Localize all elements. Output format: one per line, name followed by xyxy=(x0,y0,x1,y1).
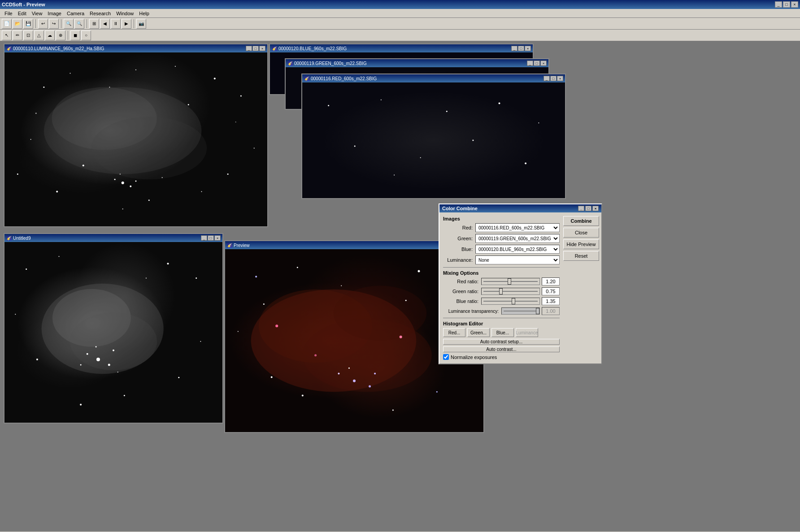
blue-controls[interactable]: _ □ × xyxy=(511,46,531,51)
menu-view[interactable]: View xyxy=(29,10,45,17)
reset-button[interactable]: Reset xyxy=(563,251,599,261)
auto-contrast-setup-btn[interactable]: Auto contrast setup... xyxy=(443,339,560,345)
green-field-row: Green: 00000119.GREEN_600s_m22.SBIG xyxy=(443,234,560,243)
green-ratio-value[interactable] xyxy=(542,287,560,295)
undo-btn[interactable]: ↩ xyxy=(38,19,48,29)
dialog-close[interactable]: × xyxy=(592,206,599,211)
untitled9-close[interactable]: × xyxy=(214,235,221,241)
svg-point-90 xyxy=(341,285,342,286)
green-hist-btn[interactable]: Green... xyxy=(467,328,490,337)
menu-window[interactable]: Window xyxy=(113,10,136,17)
dialog-min[interactable]: _ xyxy=(578,206,584,211)
luminance-controls[interactable]: _ □ × xyxy=(246,46,265,51)
dialog-controls[interactable]: _ □ × xyxy=(578,206,599,211)
red-window[interactable]: 🌠 00000116.RED_600s_m22.SBIG _ □ × xyxy=(301,74,566,199)
svg-point-23 xyxy=(122,182,124,184)
luminance-max[interactable]: □ xyxy=(252,46,259,51)
luminance-min[interactable]: _ xyxy=(246,46,252,51)
tool3-btn[interactable]: ⊡ xyxy=(23,30,33,40)
red-hist-btn[interactable]: Red... xyxy=(443,328,465,337)
select-btn[interactable]: ↖ xyxy=(2,30,12,40)
new-btn[interactable]: 📄 xyxy=(2,19,12,29)
prev-btn[interactable]: ◀ xyxy=(100,19,110,29)
open-btn[interactable]: 📂 xyxy=(13,19,22,29)
svg-point-89 xyxy=(263,303,265,305)
svg-point-83 xyxy=(369,385,371,388)
histogram-section-label: Histogram Editor xyxy=(443,321,560,326)
tool7-btn[interactable]: ◼ xyxy=(70,30,80,40)
luminance-close[interactable]: × xyxy=(259,46,265,51)
luminance-content xyxy=(4,52,267,226)
hide-preview-button[interactable]: Hide Preview xyxy=(563,239,599,249)
menu-image[interactable]: Image xyxy=(45,10,64,17)
red-select[interactable]: 00000116.RED_600s_m22.SBIG xyxy=(475,223,560,232)
untitled9-min[interactable]: _ xyxy=(201,235,207,241)
untitled9-window[interactable]: 🌠 Untitled9 _ □ × xyxy=(4,233,223,424)
next-btn[interactable]: ▶ xyxy=(122,19,131,29)
green-max[interactable]: □ xyxy=(534,61,540,66)
green-close[interactable]: × xyxy=(540,61,547,66)
grid-btn[interactable]: ⊞ xyxy=(89,19,99,29)
luminance-window[interactable]: 🌠 00000110.LUMINANCE_960s_m22_Ha.SBIG _ … xyxy=(4,43,268,227)
red-close[interactable]: × xyxy=(557,76,563,81)
blue-max[interactable]: □ xyxy=(518,46,524,51)
redo-btn[interactable]: ↪ xyxy=(49,19,59,29)
red-max[interactable]: □ xyxy=(550,76,557,81)
pause-btn[interactable]: ⏸ xyxy=(111,19,121,29)
save-btn[interactable]: 💾 xyxy=(23,19,33,29)
green-select[interactable]: 00000119.GREEN_600s_m22.SBIG xyxy=(475,234,560,243)
tool6-btn[interactable]: ⊕ xyxy=(56,30,65,40)
untitled9-max[interactable]: □ xyxy=(208,235,214,241)
menu-research[interactable]: Research xyxy=(87,10,113,17)
dialog-max[interactable]: □ xyxy=(585,206,591,211)
blue-min[interactable]: _ xyxy=(511,46,517,51)
menu-help[interactable]: Help xyxy=(136,10,152,17)
close-btn[interactable]: × xyxy=(791,1,798,8)
svg-point-81 xyxy=(353,380,356,382)
blue-select[interactable]: 00000120.BLUE_960s_m22.SBIG xyxy=(475,245,560,254)
untitled9-titlebar: 🌠 Untitled9 _ □ × xyxy=(4,234,222,242)
capture-btn[interactable]: 📷 xyxy=(136,19,146,29)
blue-close[interactable]: × xyxy=(525,46,531,51)
dialog-right-panel: Combine Close Hide Preview Reset xyxy=(563,216,599,360)
tool2-btn[interactable]: ✏ xyxy=(13,30,22,40)
blue-slider-track xyxy=(483,301,538,302)
svg-point-22 xyxy=(235,121,236,122)
combine-button[interactable]: Combine xyxy=(563,216,599,226)
red-ratio-value[interactable] xyxy=(542,277,560,285)
minimize-btn[interactable]: _ xyxy=(775,1,782,8)
sep3 xyxy=(87,19,87,28)
blue-ratio-value[interactable] xyxy=(542,297,560,305)
red-ratio-slider[interactable] xyxy=(481,278,540,285)
toolbar-1: 📄 📂 💾 ↩ ↪ 🔍 🔍 ⊞ ◀ ⏸ ▶ 📷 xyxy=(0,18,800,30)
green-controls[interactable]: _ □ × xyxy=(527,61,547,66)
main-area: 🌠 00000110.LUMINANCE_960s_m22_Ha.SBIG _ … xyxy=(0,41,800,532)
red-controls[interactable]: _ □ × xyxy=(543,76,563,81)
menu-edit[interactable]: Edit xyxy=(15,10,29,17)
tool8-btn[interactable]: ○ xyxy=(81,30,91,40)
green-min[interactable]: _ xyxy=(527,61,533,66)
zoom-in-btn[interactable]: 🔍 xyxy=(64,19,74,29)
green-slider-thumb[interactable] xyxy=(499,288,503,294)
menu-camera[interactable]: Camera xyxy=(64,10,87,17)
blue-slider-thumb[interactable] xyxy=(512,298,515,304)
svg-point-85 xyxy=(374,372,376,374)
tool4-btn[interactable]: △ xyxy=(34,30,44,40)
preview-title: Preview xyxy=(234,243,250,248)
close-button[interactable]: Close xyxy=(563,228,599,238)
titlebar-controls[interactable]: _ □ × xyxy=(775,1,798,8)
untitled9-controls[interactable]: _ □ × xyxy=(201,235,221,241)
auto-contrast-btn[interactable]: Auto contrast... xyxy=(443,346,560,352)
svg-point-5 xyxy=(214,78,216,79)
menu-file[interactable]: File xyxy=(2,10,15,17)
normalize-checkbox[interactable] xyxy=(443,354,449,360)
blue-hist-btn[interactable]: Blue... xyxy=(491,328,514,337)
red-slider-thumb[interactable] xyxy=(508,278,511,285)
maximize-btn[interactable]: □ xyxy=(783,1,790,8)
zoom-out-btn[interactable]: 🔍 xyxy=(74,19,84,29)
luminance-select[interactable]: None xyxy=(475,255,560,264)
red-min[interactable]: _ xyxy=(543,76,550,81)
tool5-btn[interactable]: ☁ xyxy=(45,30,55,40)
green-ratio-slider[interactable] xyxy=(481,288,540,295)
blue-ratio-slider[interactable] xyxy=(481,298,540,305)
